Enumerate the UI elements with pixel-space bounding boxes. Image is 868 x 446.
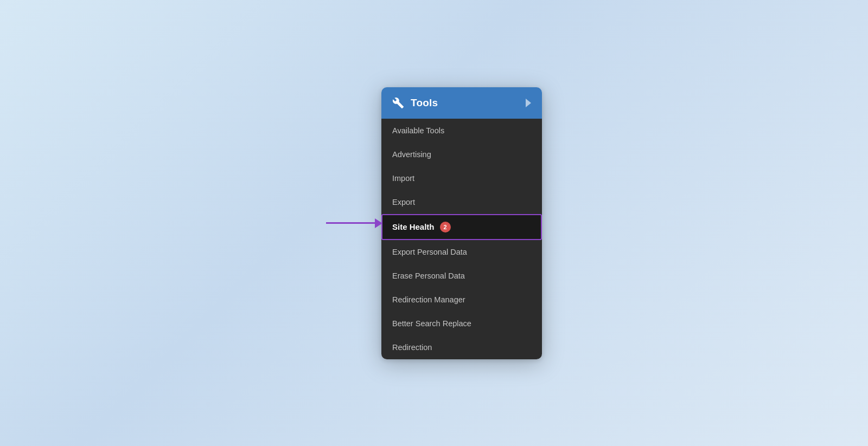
header-arrow-right — [526, 99, 531, 107]
menu-item-import[interactable]: Import — [381, 166, 542, 190]
scene: Tools Available Tools Advertising Import… — [326, 87, 542, 359]
menu-item-label: Site Health — [392, 222, 435, 231]
wrench-icon — [392, 97, 404, 109]
menu-body: Available Tools Advertising Import Expor… — [381, 119, 542, 359]
site-health-badge: 2 — [440, 222, 451, 232]
menu-item-label: Redirection — [392, 343, 432, 352]
menu-item-better-search-replace[interactable]: Better Search Replace — [381, 312, 542, 335]
menu-item-available-tools[interactable]: Available Tools — [381, 119, 542, 143]
arrow-line — [326, 222, 375, 224]
menu-item-label: Available Tools — [392, 126, 444, 135]
menu-item-export-personal-data[interactable]: Export Personal Data — [381, 240, 542, 264]
arrow-head — [375, 218, 382, 228]
menu-item-erase-personal-data[interactable]: Erase Personal Data — [381, 264, 542, 288]
arrow-container — [326, 218, 382, 228]
menu-item-export[interactable]: Export — [381, 190, 542, 214]
menu-item-label: Import — [392, 174, 414, 183]
menu-item-label: Export — [392, 198, 415, 206]
menu-item-advertising[interactable]: Advertising — [381, 143, 542, 166]
menu-item-site-health[interactable]: Site Health 2 — [381, 214, 542, 240]
menu-header-title: Tools — [411, 97, 438, 109]
tools-menu-card: Tools Available Tools Advertising Import… — [381, 87, 542, 359]
menu-item-label: Redirection Manager — [392, 295, 465, 304]
menu-item-redirection-manager[interactable]: Redirection Manager — [381, 288, 542, 312]
menu-header[interactable]: Tools — [381, 87, 542, 119]
menu-item-label: Export Personal Data — [392, 248, 467, 256]
annotation-arrow — [326, 218, 382, 228]
menu-item-redirection[interactable]: Redirection — [381, 335, 542, 359]
menu-item-label: Advertising — [392, 150, 431, 159]
menu-item-label: Better Search Replace — [392, 319, 471, 328]
menu-item-label: Erase Personal Data — [392, 272, 465, 280]
